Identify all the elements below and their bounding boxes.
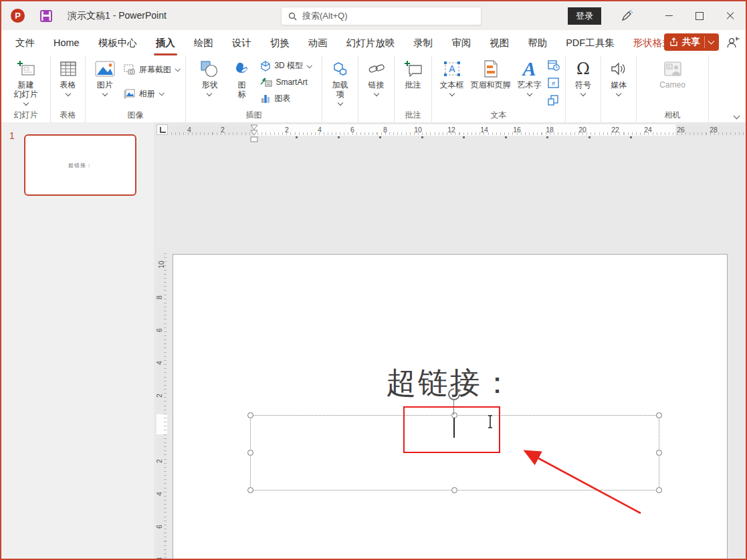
horizontal-ruler[interactable]: 4 2 2 4 6 8 10 12 14 16 18 20 22 24 26 2… — [171, 124, 744, 136]
tab-draw[interactable]: 绘图 — [193, 35, 214, 51]
header-footer-icon — [483, 59, 499, 79]
group-label-comments: 批注 — [395, 109, 431, 122]
svg-text:A: A — [449, 63, 455, 74]
shapes-button[interactable]: 形状 — [194, 57, 225, 97]
screenshot-button[interactable]: 屏幕截图 — [122, 63, 182, 76]
ruler-number: 6 — [155, 525, 163, 529]
selection-handle[interactable] — [247, 412, 253, 418]
chevron-down-icon — [337, 100, 342, 106]
tab-slideshow[interactable]: 幻灯片放映 — [346, 35, 396, 51]
ruler-number: 4 — [318, 126, 322, 134]
chart-button[interactable]: 图表 — [258, 92, 313, 105]
tab-home[interactable]: Home — [53, 36, 80, 49]
chevron-down-icon — [65, 91, 70, 96]
slide-canvas[interactable]: 超链接： — [173, 254, 728, 559]
chevron-down-icon — [526, 91, 532, 96]
chevron-down-icon — [23, 100, 28, 106]
wordart-button[interactable]: A 艺术字 — [514, 57, 545, 97]
ruler-number: 4 — [155, 361, 163, 365]
chevron-down-icon — [175, 66, 181, 72]
ruler-number: 14 — [480, 126, 488, 134]
ruler-number: 16 — [513, 126, 521, 134]
3d-model-icon — [260, 61, 271, 72]
tab-help[interactable]: 帮助 — [527, 35, 548, 51]
tab-stop-mark — [338, 136, 340, 138]
share-icon — [669, 37, 679, 47]
media-button[interactable]: 媒体 — [603, 57, 634, 97]
tab-file[interactable]: 文件 — [15, 35, 35, 51]
smartart-button[interactable]: SmartArt — [258, 77, 313, 88]
insert-object-button[interactable] — [546, 93, 561, 108]
slide-1-thumbnail[interactable]: 超链接： — [24, 134, 136, 196]
tab-pdf-tools[interactable]: PDF工具集 — [565, 35, 615, 51]
selection-handle[interactable] — [247, 487, 253, 493]
selection-handle[interactable] — [247, 450, 253, 456]
indent-marker[interactable] — [249, 124, 259, 143]
ruler-corner-button[interactable] — [156, 124, 168, 135]
ruler-number: 2 — [221, 126, 225, 134]
table-button[interactable]: 表格 — [53, 57, 84, 97]
3d-model-button[interactable]: 3D 模型 — [258, 59, 313, 72]
group-addins: 加载 项 — [322, 55, 358, 122]
tab-review[interactable]: 审阅 — [451, 35, 471, 51]
selection-handle[interactable] — [656, 487, 662, 493]
save-icon[interactable] — [39, 9, 53, 23]
slide-number-button[interactable]: # — [546, 76, 561, 90]
share-button[interactable]: 共享 — [664, 33, 719, 51]
collapse-ribbon-chevron-icon[interactable] — [734, 113, 740, 120]
tab-transitions[interactable]: 切换 — [270, 35, 290, 51]
cameo-button: P Cameo — [657, 57, 688, 91]
tab-view[interactable]: 视图 — [489, 35, 510, 51]
maximize-button[interactable] — [684, 1, 715, 30]
picture-icon — [95, 59, 115, 79]
media-speaker-icon — [610, 59, 627, 79]
group-illustrations: 形状 图 标 — [186, 55, 322, 122]
sign-in-button[interactable]: 登录 — [568, 7, 601, 25]
tab-stop-mark — [463, 136, 465, 138]
tab-record[interactable]: 录制 — [413, 35, 433, 51]
tab-design[interactable]: 设计 — [231, 35, 252, 51]
header-footer-button[interactable]: 页眉和页脚 — [469, 57, 513, 91]
picture-button[interactable]: 图片 — [90, 57, 120, 97]
photo-album-icon — [124, 88, 136, 99]
comment-button[interactable]: 批注 — [398, 57, 429, 91]
chevron-down-icon — [102, 91, 108, 96]
ruler-number: 2 — [155, 394, 163, 398]
group-tables: 表格 表格 — [51, 55, 86, 122]
ruler-number: 22 — [611, 126, 619, 134]
ruler-number: 18 — [546, 126, 554, 134]
group-comments: 批注 批注 — [395, 55, 432, 122]
group-links: 链接 — [358, 55, 395, 122]
minimize-button[interactable] — [653, 1, 684, 30]
feedback-pen-icon[interactable] — [620, 9, 633, 23]
close-button[interactable] — [715, 1, 746, 30]
tab-template-center[interactable]: 模板中心 — [98, 35, 138, 51]
person-add-icon[interactable] — [726, 37, 740, 49]
ruler-number: 10 — [157, 261, 165, 269]
vertical-ruler[interactable]: 10 8 6 4 2 2 4 6 8 — [156, 253, 167, 559]
addins-button[interactable]: 加载 项 — [325, 57, 356, 106]
group-text: A 文本框 — [432, 55, 566, 122]
title-bar: P 演示文稿1 - PowerPoint 搜索(Alt+Q) 登录 — [1, 1, 746, 30]
selection-handle[interactable] — [451, 487, 457, 493]
photo-album-button[interactable]: 相册 — [122, 88, 182, 100]
icons-button[interactable]: 图 标 — [226, 57, 257, 100]
group-label-symbols — [566, 109, 601, 122]
symbol-button[interactable]: Ω 符号 — [568, 57, 599, 97]
rotation-handle-icon[interactable] — [447, 387, 461, 402]
new-slide-button[interactable]: 新建 幻灯片 — [11, 57, 41, 106]
search-box[interactable]: 搜索(Alt+Q) — [281, 7, 482, 25]
selection-handle[interactable] — [656, 450, 662, 456]
tab-stop-mark — [630, 136, 632, 138]
group-media: 媒体 — [601, 55, 637, 122]
comment-icon — [404, 59, 423, 79]
ruler-number: 4 — [155, 492, 163, 496]
textbox-button[interactable]: A 文本框 — [437, 57, 467, 97]
link-button[interactable]: 链接 — [361, 57, 392, 97]
date-time-button[interactable] — [546, 58, 561, 73]
selection-handle[interactable] — [656, 412, 662, 418]
search-icon — [288, 12, 297, 21]
tab-insert[interactable]: 插入 — [155, 35, 176, 51]
tab-animations[interactable]: 动画 — [308, 35, 328, 51]
powerpoint-logo-icon: P — [11, 9, 25, 23]
